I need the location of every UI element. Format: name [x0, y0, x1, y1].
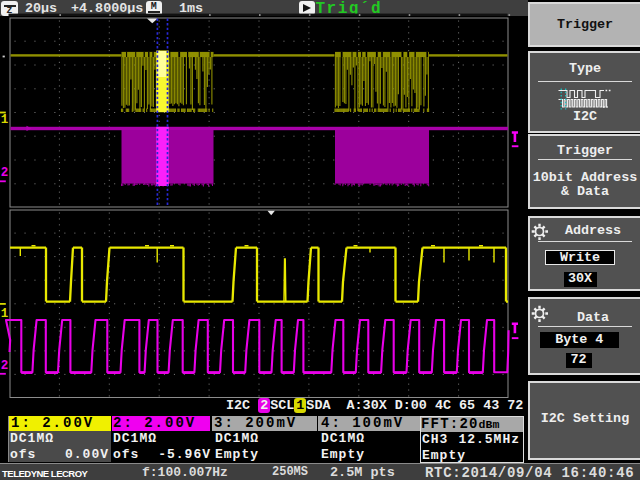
svg-text:2: 2 [1, 359, 9, 373]
svg-text:2: 2 [1, 166, 9, 180]
svg-text:1: 1 [1, 307, 9, 321]
svg-text:1: 1 [1, 113, 9, 127]
